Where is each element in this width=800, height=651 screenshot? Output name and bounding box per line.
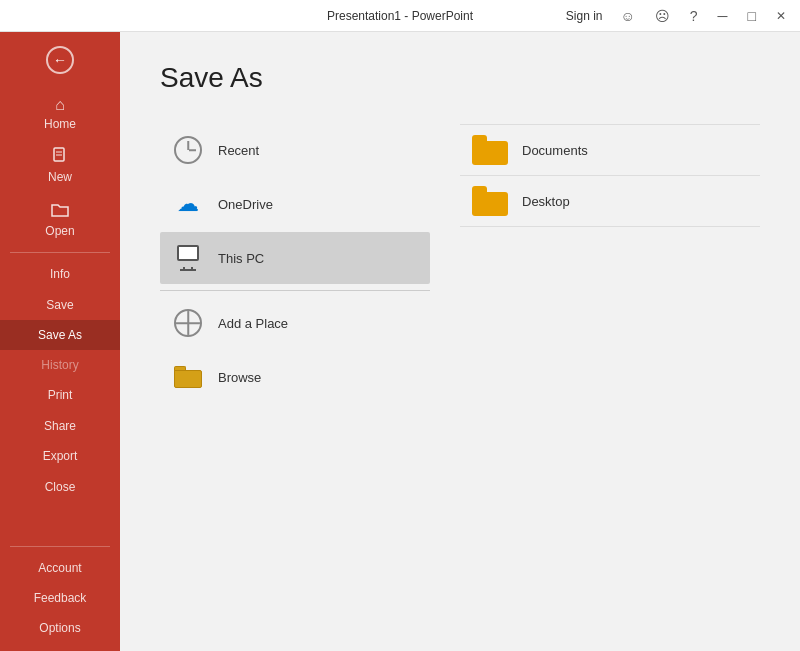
smiley-icon[interactable]: ☺: [615, 6, 641, 26]
sidebar-item-save[interactable]: Save: [0, 290, 120, 320]
back-circle-icon: ←: [46, 46, 74, 74]
location-add-place-label: Add a Place: [218, 316, 288, 331]
back-button[interactable]: ←: [0, 32, 120, 88]
sidebar-item-info-label: Info: [50, 267, 70, 281]
globe-icon: [174, 309, 202, 337]
location-this-pc[interactable]: This PC: [160, 232, 430, 284]
sidebar-item-options-label: Options: [39, 621, 80, 635]
sidebar-item-open-label: Open: [45, 224, 74, 238]
cloud-icon: ☁: [177, 191, 199, 217]
sidebar-item-history-label: History: [41, 358, 78, 372]
sidebar-divider-1: [10, 252, 110, 253]
content-body: Recent ☁ OneDrive: [160, 124, 760, 631]
sidebar-item-export[interactable]: Export: [0, 441, 120, 471]
sign-in-link[interactable]: Sign in: [566, 9, 603, 23]
location-recent[interactable]: Recent: [160, 124, 430, 176]
back-arrow-icon: ←: [53, 52, 67, 68]
sidebar-item-print[interactable]: Print: [0, 380, 120, 410]
sidebar: ← ⌂ Home New: [0, 32, 120, 651]
sidebar-item-home[interactable]: ⌂ Home: [0, 88, 120, 139]
location-this-pc-label: This PC: [218, 251, 264, 266]
browse-folder-icon: [174, 366, 202, 388]
location-recent-label: Recent: [218, 143, 259, 158]
folder-documents-label: Documents: [522, 143, 588, 158]
window-controls: ☺ ☹ ? ─ □ ✕: [615, 6, 792, 26]
sidebar-item-history: History: [0, 350, 120, 380]
add-place-icon: [172, 307, 204, 339]
desktop-folder-icon: [472, 186, 508, 216]
this-pc-icon: [172, 242, 204, 274]
locations-divider: [160, 290, 430, 291]
sidebar-item-share[interactable]: Share: [0, 411, 120, 441]
folder-desktop[interactable]: Desktop: [460, 176, 760, 227]
folder-documents[interactable]: Documents: [460, 124, 760, 176]
sidebar-item-open[interactable]: Open: [0, 193, 120, 246]
sidebar-item-new[interactable]: New: [0, 139, 120, 192]
sidebar-bottom: Account Feedback Options: [0, 540, 120, 651]
sad-icon[interactable]: ☹: [649, 6, 676, 26]
sidebar-nav: ⌂ Home New Ope: [0, 88, 120, 540]
sidebar-item-info[interactable]: Info: [0, 259, 120, 289]
home-icon: ⌂: [55, 96, 65, 114]
maximize-button[interactable]: □: [742, 6, 762, 26]
sidebar-item-export-label: Export: [43, 449, 78, 463]
folders-panel: Documents Desktop: [430, 124, 760, 631]
pc-icon-wrap: [173, 245, 203, 271]
folder-body-big: [472, 141, 508, 165]
sidebar-item-save-as-label: Save As: [38, 328, 82, 342]
help-icon[interactable]: ?: [684, 6, 704, 26]
window-title: Presentation1 - PowerPoint: [327, 9, 473, 23]
sidebar-divider-2: [10, 546, 110, 547]
clock-icon: [174, 136, 202, 164]
sidebar-item-account-label: Account: [38, 561, 81, 575]
minimize-button[interactable]: ─: [712, 6, 734, 26]
sidebar-item-home-label: Home: [44, 117, 76, 131]
open-icon: [51, 201, 69, 221]
sidebar-item-close[interactable]: Close: [0, 472, 120, 502]
new-icon: [52, 147, 68, 167]
folder-browse-body: [174, 370, 202, 388]
folder-body-big-2: [472, 192, 508, 216]
onedrive-icon: ☁: [172, 188, 204, 220]
close-button[interactable]: ✕: [770, 7, 792, 25]
sidebar-item-print-label: Print: [48, 388, 73, 402]
main-layout: ← ⌂ Home New: [0, 32, 800, 651]
location-onedrive-label: OneDrive: [218, 197, 273, 212]
location-add-place[interactable]: Add a Place: [160, 297, 430, 349]
location-onedrive[interactable]: ☁ OneDrive: [160, 178, 430, 230]
recent-icon: [172, 134, 204, 166]
sidebar-item-share-label: Share: [44, 419, 76, 433]
documents-folder-icon: [472, 135, 508, 165]
location-browse-label: Browse: [218, 370, 261, 385]
page-title: Save As: [160, 62, 760, 94]
content-area: Save As Recent ☁ OneDrive: [120, 32, 800, 651]
sidebar-item-feedback[interactable]: Feedback: [0, 583, 120, 613]
locations-panel: Recent ☁ OneDrive: [160, 124, 430, 631]
sidebar-item-options[interactable]: Options: [0, 613, 120, 643]
sidebar-item-save-as[interactable]: Save As: [0, 320, 120, 350]
sidebar-item-save-label: Save: [46, 298, 73, 312]
sidebar-item-close-label: Close: [45, 480, 76, 494]
sidebar-item-account[interactable]: Account: [0, 553, 120, 583]
folder-desktop-label: Desktop: [522, 194, 570, 209]
sidebar-item-feedback-label: Feedback: [34, 591, 87, 605]
sidebar-item-new-label: New: [48, 170, 72, 184]
pc-base: [180, 269, 196, 271]
location-browse[interactable]: Browse: [160, 351, 430, 403]
browse-icon: [172, 361, 204, 393]
title-bar: Presentation1 - PowerPoint Sign in ☺ ☹ ?…: [0, 0, 800, 32]
pc-monitor: [177, 245, 199, 261]
